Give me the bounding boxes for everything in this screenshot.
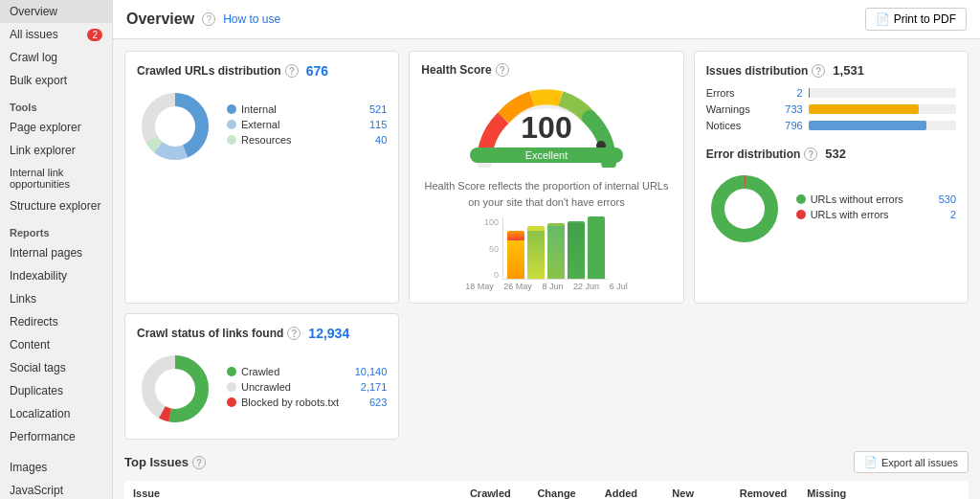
export-all-issues-button[interactable]: 📄 Export all issues [854,451,969,473]
print-icon: 📄 [876,12,890,26]
health-bar-chart: 100 50 0 [484,217,609,280]
legend-dot-external [227,120,236,129]
sidebar-item-all-issues[interactable]: All issues 2 [0,23,112,46]
main-header: Overview ? How to use 📄 Print to PDF [113,0,980,39]
sidebar-item-localization[interactable]: Localization [0,402,112,425]
sidebar-item-content[interactable]: Content [0,333,112,356]
legend-crawled: Crawled 10,140 [227,366,387,377]
legend-internal: Internal 521 [227,103,387,115]
error-dist-donut [706,170,783,247]
sidebar-item-bulk-export[interactable]: Bulk export [0,69,112,92]
legend-external: External 115 [227,119,387,130]
th-removed: Removed [732,482,799,500]
sidebar-item-duplicates[interactable]: Duplicates [0,379,112,402]
th-change: Change [529,482,596,500]
error-dist-help-icon[interactable]: ? [804,147,817,161]
sidebar-item-redirects[interactable]: Redirects [0,310,112,333]
health-score-card: Health Score ? [409,51,683,304]
sidebar-section-reports: Reports [0,217,112,241]
sidebar: Overview All issues 2 Crawl log Bulk exp… [0,0,113,499]
sidebar-item-images[interactable]: Images [0,456,112,479]
sidebar-item-internal-link-opportunities[interactable]: Internal link opportunities [0,162,112,194]
legend-resources: Resources 40 [227,134,387,146]
legend-no-errors: URLs without errors 530 [796,193,956,205]
issues-errors-row: Errors 2 [706,87,956,99]
all-issues-badge: 2 [87,29,102,41]
issues-distribution-title: Issues distribution ? 1,531 [706,63,956,78]
gauge-score: 100 [470,110,623,146]
health-score-title: Health Score ? [421,63,671,77]
legend-with-errors: URLs with errors 2 [796,209,956,220]
th-crawled: Crawled [462,482,529,500]
sidebar-item-social-tags[interactable]: Social tags [0,356,112,379]
page-title: Overview [126,11,194,28]
legend-dot-no-errors [796,194,806,204]
legend-dot-internal [227,104,236,114]
error-dist-legend: URLs without errors 530 URLs with errors… [796,193,956,224]
sidebar-item-javascript[interactable]: JavaScript [0,479,112,499]
error-distribution-section: Error distribution ? 532 URLs w [706,147,956,247]
crawl-status-total: 12,934 [308,326,349,341]
sidebar-item-performance[interactable]: Performance [0,425,112,448]
crawled-urls-card: Crawled URLs distribution ? 676 [124,51,399,304]
content-grid: Crawled URLs distribution ? 676 [113,39,980,451]
health-gauge-wrap: 100 Excellent Health Score reflects the … [421,86,671,291]
error-dist-title: Error distribution ? 532 [706,147,956,161]
issues-warnings-row: Warnings 733 [706,103,956,115]
crawled-urls-total: 676 [306,63,328,79]
issues-table: Issue Crawled Change Added New Removed M… [124,481,969,499]
issues-notices-row: Notices 796 [706,120,956,131]
top-issues-help-icon[interactable]: ? [192,456,206,469]
crawled-urls-title: Crawled URLs distribution ? 676 [137,63,387,79]
print-button[interactable]: 📄 Print to PDF [865,8,967,31]
sidebar-section-tools: Tools [0,92,112,116]
crawl-status-help-icon[interactable]: ? [287,327,301,340]
th-added: Added [597,482,664,500]
help-icon-header[interactable]: ? [202,12,215,26]
error-dist-chart-row: URLs without errors 530 URLs with errors… [706,170,956,247]
crawl-status-donut [137,351,213,427]
crawled-urls-chart-row: Internal 521 External 115 Resources 40 [137,88,387,165]
legend-dot-crawled [227,367,236,376]
svg-point-5 [718,182,771,236]
sidebar-item-link-explorer[interactable]: Link explorer [0,139,112,162]
gauge-label: Excellent [470,147,623,163]
crawl-status-card: Crawl status of links found ? 12,934 [124,313,399,440]
health-score-help-icon[interactable]: ? [496,63,509,77]
how-to-use-link[interactable]: How to use [223,12,280,26]
error-dist-total: 532 [825,147,846,161]
crawled-urls-donut [137,88,213,165]
th-new: New [664,482,731,500]
main-content: Overview ? How to use 📄 Print to PDF Cra… [113,0,980,499]
legend-dot-resources [227,135,236,145]
crawl-status-legend: Crawled 10,140 Uncrawled 2,171 Blocked b… [227,366,387,412]
legend-dot-uncrawled [227,382,236,392]
legend-blocked: Blocked by robots.txt 623 [227,397,387,408]
sidebar-item-crawl-log[interactable]: Crawl log [0,46,112,69]
crawl-status-title: Crawl status of links found ? 12,934 [137,326,387,341]
crawl-status-chart-row: Crawled 10,140 Uncrawled 2,171 Blocked b… [137,351,387,427]
issues-dist-help-icon[interactable]: ? [812,64,825,78]
sidebar-item-page-explorer[interactable]: Page explorer [0,116,112,139]
top-issues-header: Top Issues ? 📄 Export all issues [124,451,969,473]
header-left: Overview ? How to use [126,11,280,28]
th-issue: Issue [125,482,462,500]
export-icon: 📄 [864,456,878,468]
legend-uncrawled: Uncrawled 2,171 [227,381,387,393]
issues-bars: Errors 2 Warnings 733 Notices 796 [706,87,956,131]
sidebar-item-internal-pages[interactable]: Internal pages [0,241,112,264]
sidebar-item-structure-explorer[interactable]: Structure explorer [0,194,112,217]
th-actions [901,482,969,500]
legend-dot-blocked [227,397,236,407]
issues-distribution-card: Issues distribution ? 1,531 Errors 2 War… [694,51,969,304]
crawled-urls-help-icon[interactable]: ? [285,64,299,78]
issues-dist-total: 1,531 [833,63,864,78]
legend-dot-with-errors [796,210,806,219]
top-issues-title: Top Issues ? [124,455,206,469]
sidebar-item-links[interactable]: Links [0,287,112,310]
crawled-urls-legend: Internal 521 External 115 Resources 40 [227,103,387,149]
top-issues-section: Top Issues ? 📄 Export all issues Issue C… [113,451,980,499]
sidebar-item-overview[interactable]: Overview [0,0,112,23]
sidebar-item-indexability[interactable]: Indexability [0,264,112,287]
health-description: Health Score reflects the proportion of … [421,178,671,210]
